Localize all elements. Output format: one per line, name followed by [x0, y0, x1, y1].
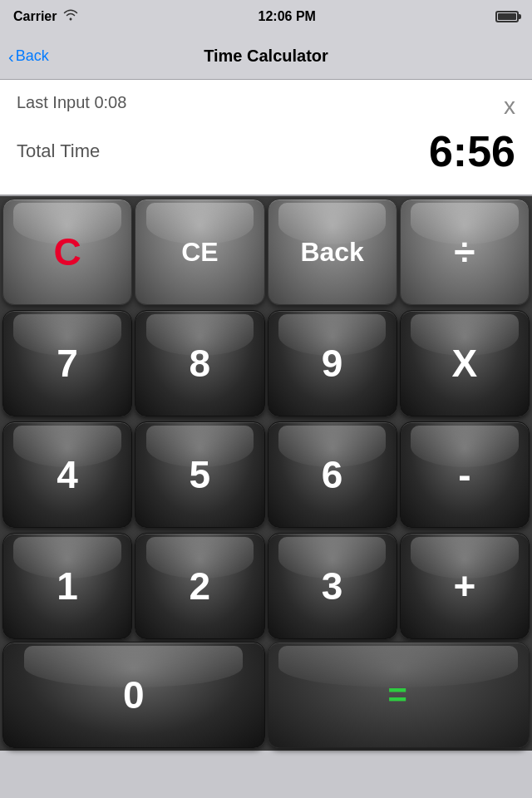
delete-symbol[interactable]: x — [504, 93, 515, 120]
button-row-1: C CE Back ÷ — [0, 196, 532, 308]
digit-9-label: 9 — [322, 341, 343, 386]
button-row-2: 7 8 9 X — [0, 308, 532, 419]
clear-label: C — [54, 229, 81, 274]
digit-1-button[interactable]: 1 — [2, 533, 132, 639]
wifi-icon — [63, 9, 78, 24]
equals-label: = — [388, 677, 409, 714]
digit-3-button[interactable]: 3 — [268, 533, 397, 639]
total-time-label: Total Time — [17, 140, 100, 162]
digit-6-label: 6 — [322, 452, 343, 497]
subtract-button[interactable]: - — [400, 421, 530, 528]
subtract-label: - — [458, 452, 470, 497]
status-time: 12:06 PM — [259, 9, 316, 23]
digit-4-label: 4 — [57, 452, 78, 497]
digit-3-label: 3 — [322, 564, 343, 608]
digit-0-label: 0 — [123, 672, 145, 717]
digit-1-label: 1 — [57, 564, 78, 608]
calculator: C CE Back ÷ 7 8 9 X 4 5 — [0, 196, 532, 751]
equals-button[interactable]: = — [268, 642, 530, 748]
add-label: + — [453, 564, 475, 608]
digit-2-label: 2 — [190, 564, 211, 608]
back-key-label: Back — [300, 237, 364, 268]
digit-7-label: 7 — [57, 341, 78, 386]
display-area: Last Input 0:08 x Total Time 6:56 — [0, 80, 532, 196]
add-button[interactable]: + — [400, 533, 530, 639]
digit-8-label: 8 — [190, 341, 211, 386]
nav-bar: ‹ Back Time Calculator — [0, 33, 532, 80]
digit-8-button[interactable]: 8 — [135, 310, 264, 416]
button-row-3: 4 5 6 - — [0, 419, 532, 530]
last-input-label: Last Input 0:08 — [17, 93, 126, 112]
digit-5-label: 5 — [190, 452, 211, 497]
multiply-button[interactable]: X — [400, 310, 530, 416]
total-time-value: 6:56 — [429, 126, 515, 176]
status-bar: Carrier 12:06 PM — [0, 0, 532, 33]
digit-9-button[interactable]: 9 — [268, 310, 397, 416]
digit-0-button[interactable]: 0 — [2, 642, 265, 748]
divide-label: ÷ — [454, 229, 475, 274]
clear-entry-button[interactable]: CE — [135, 199, 264, 305]
divide-button[interactable]: ÷ — [400, 199, 530, 305]
digit-2-button[interactable]: 2 — [135, 533, 264, 639]
carrier-label: Carrier — [13, 9, 57, 24]
back-button[interactable]: ‹ Back — [8, 47, 49, 65]
back-chevron-icon: ‹ — [8, 48, 14, 65]
digit-7-button[interactable]: 7 — [2, 310, 132, 416]
nav-title: Time Calculator — [204, 47, 328, 66]
battery-icon — [495, 11, 519, 22]
digit-6-button[interactable]: 6 — [268, 421, 397, 528]
multiply-label: X — [452, 341, 478, 386]
ce-label: CE — [181, 237, 218, 268]
backspace-button[interactable]: Back — [268, 199, 397, 305]
digit-5-button[interactable]: 5 — [135, 421, 264, 528]
digit-4-button[interactable]: 4 — [2, 421, 132, 528]
button-row-4: 1 2 3 + — [0, 530, 532, 642]
back-label: Back — [16, 47, 49, 65]
clear-button[interactable]: C — [2, 199, 132, 305]
